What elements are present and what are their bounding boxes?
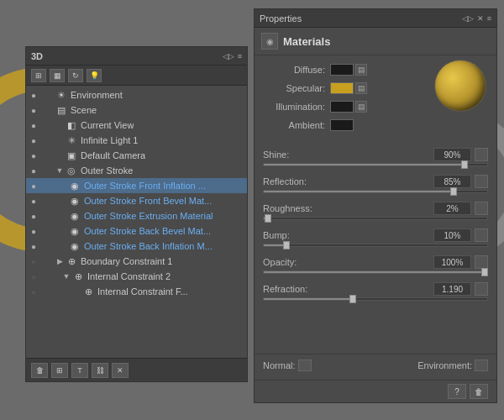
tree-item-extrusion[interactable]: ● ◉ Outer Stroke Extrusion Material — [26, 208, 247, 223]
eye-current-view[interactable]: ● — [26, 118, 41, 133]
tree-item-outer-stroke[interactable]: ● ▼ ◎ Outer Stroke — [26, 163, 247, 178]
slider-track-opacity[interactable] — [263, 270, 488, 274]
slider-track-reflection[interactable] — [263, 190, 488, 193]
slider-thumb-opacity[interactable] — [481, 268, 488, 276]
slider-track-refraction[interactable] — [263, 297, 488, 301]
props-close-icon[interactable]: ✕ — [477, 14, 484, 23]
slider-thumb-refraction[interactable] — [349, 295, 356, 303]
eye-outer-stroke[interactable]: ● — [26, 163, 41, 178]
slider-track-shine[interactable] — [263, 163, 488, 166]
tree-item-default-camera[interactable]: ● ▣ Default Camera — [26, 148, 247, 163]
slider-thumb-shine[interactable] — [461, 160, 468, 169]
slider-track-roughness[interactable] — [263, 217, 488, 220]
slider-value-opacity[interactable]: 100% — [433, 255, 471, 269]
slider-top-opacity: Opacity: 100% — [263, 255, 488, 269]
mat-color-specular[interactable] — [330, 82, 354, 94]
arrow-internal-constraint2[interactable]: ▼ — [61, 269, 71, 284]
props-menu-icon[interactable]: ≡ — [487, 14, 491, 23]
slider-value-roughness[interactable]: 2% — [433, 202, 471, 215]
tree-item-back-inflation[interactable]: ● ◉ Outer Stroke Back Inflation M... — [26, 239, 247, 254]
slider-top-roughness: Roughness: 2% — [263, 202, 488, 215]
materials-icon: ◉ — [261, 33, 278, 50]
props-footer-trash-btn[interactable]: 🗑 — [470, 384, 488, 399]
tree-item-boundary-constraint[interactable]: ● ▶ ⊕ Boundary Constraint 1 — [26, 254, 247, 269]
slider-value-reflection[interactable]: 85% — [433, 175, 471, 188]
tree-item-front-bevel[interactable]: ● ◉ Outer Stroke Front Bevel Mat... — [26, 193, 247, 208]
bottom-trash2-btn[interactable]: ✕ — [112, 363, 129, 378]
eye-environment[interactable]: ● — [26, 87, 41, 102]
props-normal-folder[interactable] — [298, 360, 312, 371]
toolbar-grid-btn[interactable]: ⊞ — [31, 69, 46, 82]
panel-3d: 3D ◁▷ ≡ ⊞ ▦ ↻ 💡 ● ☀ Environment ● ▤ Scen… — [25, 46, 248, 382]
panel-3d-menu-icon[interactable]: ≡ — [238, 52, 242, 60]
label-extrusion: Outer Stroke Extrusion Material — [84, 211, 213, 221]
eye-internal-constraintf[interactable]: ● — [26, 284, 41, 299]
arrow-outer-stroke[interactable]: ▼ — [55, 163, 65, 178]
mat-folder-specular[interactable]: ▤ — [355, 82, 367, 94]
eye-boundary-constraint[interactable]: ● — [26, 254, 41, 269]
mat-color-ambient[interactable] — [330, 119, 354, 131]
tree-item-front-inflation[interactable]: ● ◉ Outer Stroke Front Inflation ... — [26, 178, 247, 193]
slider-folder-opacity[interactable] — [475, 255, 488, 269]
slider-folder-bump[interactable] — [475, 228, 488, 242]
panel-3d-collapse-icon[interactable]: ◁▷ — [223, 52, 234, 60]
slider-name-refraction: Refraction: — [263, 284, 330, 294]
toolbar-chart-btn[interactable]: ▦ — [50, 69, 65, 82]
slider-value-bump[interactable]: 10% — [433, 228, 471, 242]
slider-name-shine: Shine: — [263, 150, 330, 160]
tree-item-infinite-light[interactable]: ● ✳ Infinite Light 1 — [26, 133, 247, 148]
tree-item-internal-constraint2[interactable]: ● ▼ ⊕ Internal Constraint 2 — [26, 269, 247, 284]
eye-front-inflation[interactable]: ● — [26, 178, 41, 193]
eye-back-bevel[interactable]: ● — [26, 223, 41, 239]
slider-thumb-bump[interactable] — [283, 241, 290, 249]
eye-default-camera[interactable]: ● — [26, 148, 41, 163]
eye-front-bevel[interactable]: ● — [26, 193, 41, 208]
eye-scene[interactable]: ● — [26, 102, 41, 118]
slider-folder-roughness[interactable] — [475, 202, 488, 215]
eye-back-inflation[interactable]: ● — [26, 239, 41, 254]
tree-item-internal-constraintf[interactable]: ● ⊕ Internal Constraint F... — [26, 284, 247, 299]
props-footer-help-btn[interactable]: ? — [448, 384, 466, 399]
toolbar-bulb-btn[interactable]: 💡 — [87, 69, 102, 82]
eye-infinite-light[interactable]: ● — [26, 133, 41, 148]
tree-item-current-view[interactable]: ● ◧ Current View — [26, 118, 247, 133]
slider-thumb-roughness[interactable] — [265, 214, 271, 223]
label-current-view: Current View — [81, 120, 134, 130]
eye-internal-constraint2[interactable]: ● — [26, 269, 41, 284]
panel-3d-header: 3D ◁▷ ≡ — [26, 47, 247, 66]
tree-item-environment[interactable]: ● ☀ Environment — [26, 87, 247, 102]
props-environment-label: Environment: — [417, 360, 472, 370]
label-front-inflation: Outer Stroke Front Inflation ... — [84, 181, 206, 191]
mat-row-diffuse: Diffuse: ▤ — [263, 62, 429, 77]
mat-color-illumination[interactable] — [330, 101, 354, 113]
slider-folder-refraction[interactable] — [475, 282, 488, 296]
tree-item-scene[interactable]: ● ▤ Scene — [26, 102, 247, 118]
arrow-internal-constraintf — [71, 284, 81, 299]
arrow-environment — [45, 87, 55, 102]
props-environment-folder[interactable] — [475, 360, 488, 371]
slider-track-bump[interactable] — [263, 244, 488, 247]
slider-value-shine[interactable]: 90% — [433, 148, 471, 161]
slider-value-refraction[interactable]: 1.190 — [433, 282, 471, 296]
slider-folder-reflection[interactable] — [475, 175, 488, 188]
constraint-icon-internal2: ⊕ — [71, 270, 85, 283]
bottom-grid-btn[interactable]: ⊞ — [51, 363, 68, 378]
label-internal-constraint2: Internal Constraint 2 — [87, 271, 171, 281]
toolbar-rotate-btn[interactable]: ↻ — [68, 69, 83, 82]
slider-thumb-reflection[interactable] — [450, 187, 457, 196]
bottom-trash-btn[interactable]: 🗑 — [31, 363, 48, 378]
bottom-text-btn[interactable]: T — [71, 363, 88, 378]
mat-folder-illumination[interactable]: ▤ — [355, 101, 367, 113]
mat-folder-diffuse[interactable]: ▤ — [355, 64, 367, 76]
bottom-link-btn[interactable]: ⛓ — [92, 363, 108, 378]
mat-color-diffuse[interactable] — [330, 64, 354, 76]
label-outer-stroke: Outer Stroke — [81, 165, 133, 176]
eye-extrusion[interactable]: ● — [26, 208, 41, 223]
props-collapse-icon[interactable]: ◁▷ — [462, 14, 474, 23]
slider-track-row-reflection — [263, 190, 488, 193]
material-icon-back-bevel: ◉ — [68, 224, 81, 238]
arrow-boundary-constraint[interactable]: ▶ — [55, 254, 65, 269]
props-bottom: Normal: Environment: — [255, 354, 496, 380]
slider-folder-shine[interactable] — [475, 148, 488, 161]
tree-item-back-bevel[interactable]: ● ◉ Outer Stroke Back Bevel Mat... — [26, 223, 247, 239]
